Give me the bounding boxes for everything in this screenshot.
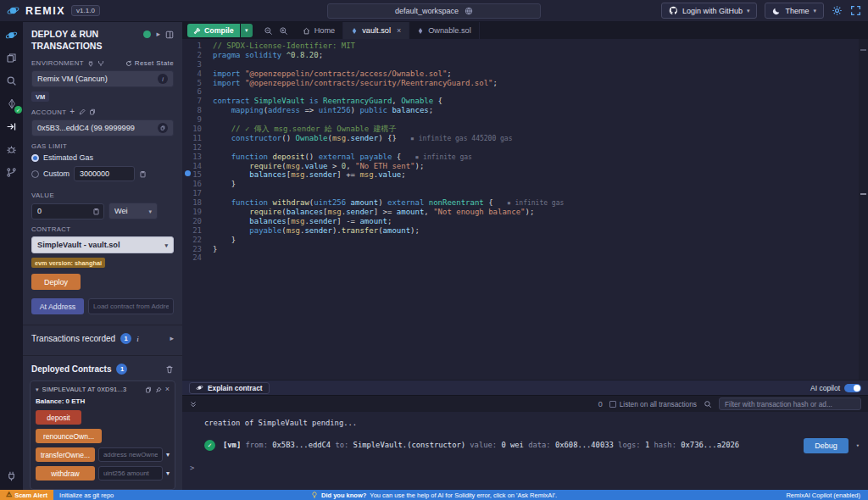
code-line[interactable]: 10 // ✓ 傳入 msg.sender 給 Ownable 建構子 [182, 125, 856, 134]
code-line[interactable]: 13 function deposit() external payable {… [182, 153, 856, 162]
ai-copilot-toggle[interactable] [844, 384, 861, 392]
chevron-right-icon[interactable]: ▸ [156, 31, 160, 38]
gas-limit-input[interactable] [74, 166, 135, 181]
debug-button[interactable]: Debug [804, 438, 849, 453]
code-line[interactable]: 2pragma solidity ^0.8.20; [182, 51, 856, 60]
code-line[interactable]: 18 function withdraw(uint256 amount) ext… [182, 198, 856, 208]
transaction-log-row[interactable]: ✓ [vm] from: 0x5B3...eddC4 to: SimpleVau… [182, 438, 868, 453]
trash-icon[interactable] [165, 365, 174, 374]
chevron-down-icon[interactable]: ▾ [166, 451, 170, 458]
code-line[interactable]: 24 [182, 253, 856, 263]
clipboard-icon[interactable] [92, 208, 100, 215]
value-unit-select[interactable]: Wei ▾ [108, 203, 158, 219]
code-line[interactable]: 21 payable(msg.sender).transfer(amount); [182, 226, 856, 236]
fn-renounce-ownership-button[interactable]: renounceOwn... [36, 429, 102, 443]
contract-select[interactable]: SimpleVault - vault.sol ▾ [31, 236, 174, 253]
editor-scrollbar[interactable] [859, 39, 868, 380]
close-icon[interactable]: × [165, 386, 170, 393]
chevron-down-icon[interactable]: ▾ [166, 469, 170, 477]
compile-button[interactable]: Compile [187, 24, 240, 37]
listen-all-transactions[interactable]: Listen on all transactions [609, 400, 697, 408]
solidity-compiler-icon[interactable]: ✓ [4, 97, 19, 111]
fork-icon[interactable] [97, 60, 104, 67]
terminal-filter-input[interactable] [719, 397, 861, 410]
transfer-ownership-arg-input[interactable] [98, 447, 163, 462]
login-github-button[interactable]: Login with GitHub ▾ [661, 3, 758, 19]
listen-checkbox[interactable] [609, 401, 616, 408]
code-line[interactable]: 5import "@openzeppelin/contracts/securit… [182, 79, 856, 88]
reset-state-label: Reset State [135, 59, 174, 67]
clipboard-icon[interactable] [139, 170, 147, 178]
scam-alert[interactable]: ⚠ Scam Alert [0, 490, 53, 500]
code-line[interactable]: 6 [182, 87, 856, 97]
layout-columns-icon[interactable] [165, 31, 174, 39]
deploy-run-icon[interactable] [4, 119, 19, 134]
settings-gear-icon[interactable] [832, 5, 843, 16]
code-line[interactable]: 14 require(msg.value > 0, "No ETH sent")… [182, 162, 856, 171]
workspace-selector[interactable]: default_workspace [327, 3, 541, 19]
reset-state-button[interactable]: Reset State [125, 59, 174, 67]
code-line[interactable]: 4import "@openzeppelin/contracts/access/… [182, 69, 856, 79]
code-line[interactable]: 17 [182, 189, 856, 198]
code-line[interactable]: 16 } [182, 180, 856, 189]
at-address-input[interactable] [88, 298, 174, 314]
did-you-know-tip[interactable]: Did you know? You can use the help of AI… [311, 492, 557, 499]
tab-vault-sol[interactable]: vault.sol × [343, 22, 409, 39]
copy-icon[interactable] [89, 108, 96, 115]
withdraw-arg-input[interactable] [98, 466, 163, 481]
code-line[interactable]: 11 constructor() Ownable(msg.sender) {} … [182, 134, 856, 143]
plugin-manager-icon[interactable] [4, 469, 19, 483]
info-icon[interactable]: i [158, 74, 168, 84]
pencil-icon[interactable] [79, 108, 86, 115]
transactions-recorded-row[interactable]: Transactions recorded 1 i ▸ [23, 325, 182, 352]
code-line[interactable]: 12 [182, 143, 856, 153]
fn-deposit-button[interactable]: deposit [36, 410, 81, 425]
collapse-chevron-icon[interactable]: ▾ [36, 386, 39, 392]
git-icon[interactable] [4, 165, 19, 180]
gas-estimated-option[interactable]: Estimated Gas [31, 153, 174, 162]
fn-withdraw-button[interactable]: withdraw [36, 466, 95, 481]
code-line[interactable]: 9 [182, 115, 856, 125]
search-icon[interactable] [4, 74, 19, 88]
expand-icon[interactable] [850, 5, 861, 16]
code-line[interactable]: 19 require(balances[msg.sender] >= amoun… [182, 208, 856, 217]
zoom-in-icon[interactable] [279, 26, 288, 36]
account-select[interactable]: 0x5B3...eddC4 (99.9999999 [31, 119, 174, 136]
tab-home[interactable]: Home [295, 22, 344, 39]
terminal-output[interactable]: creation of SimpleVault pending... ✓ [vm… [182, 412, 868, 490]
gas-custom-option[interactable]: Custom [31, 166, 174, 181]
code-line[interactable]: 15 balances[msg.sender] += msg.value; [182, 170, 856, 180]
terminal-prompt[interactable]: > [182, 464, 868, 472]
plus-icon[interactable]: + [70, 108, 75, 116]
debugger-icon[interactable] [4, 142, 19, 157]
close-tab-icon[interactable]: × [397, 26, 401, 35]
value-input[interactable] [32, 207, 81, 215]
breakpoint-dot[interactable] [185, 170, 191, 176]
account-copy-icon[interactable] [158, 123, 168, 133]
code-line[interactable]: 7contract SimpleVault is ReentrancyGuard… [182, 97, 856, 106]
pin-icon[interactable] [155, 386, 162, 393]
environment-select[interactable]: Remix VM (Cancun) i [31, 70, 174, 87]
plug-icon[interactable] [87, 60, 94, 67]
compile-options-caret[interactable]: ▾ [241, 24, 253, 37]
code-line[interactable]: 23} [182, 245, 856, 254]
theme-button[interactable]: Theme ▾ [765, 3, 824, 19]
file-explorer-icon[interactable] [4, 51, 19, 65]
zoom-out-icon[interactable] [264, 26, 273, 36]
code-line[interactable]: 20 balances[msg.sender] -= amount; [182, 217, 856, 226]
code-line[interactable]: 22 } [182, 236, 856, 245]
deploy-button[interactable]: Deploy [31, 274, 81, 290]
code-line[interactable]: 3 [182, 60, 856, 69]
fn-transfer-ownership-button[interactable]: transferOwne... [36, 447, 95, 462]
collapse-terminal-icon[interactable] [189, 400, 198, 408]
code-editor[interactable]: 1// SPDX-License-Identifier: MIT2pragma … [182, 39, 868, 380]
git-init-button[interactable]: Initialize as git repo [59, 492, 114, 499]
at-address-button[interactable]: At Address [31, 298, 84, 314]
tab-ownable-sol[interactable]: Ownable.sol [409, 22, 480, 39]
explain-contract-button[interactable]: Explain contract [189, 382, 270, 394]
code-line[interactable]: 1// SPDX-License-Identifier: MIT [182, 42, 856, 51]
expand-log-chevron-icon[interactable]: ▾ [856, 443, 860, 449]
code-line[interactable]: 8 mapping(address => uint256) public bal… [182, 106, 856, 115]
copy-icon[interactable] [145, 386, 152, 393]
home-icon[interactable] [4, 28, 19, 42]
